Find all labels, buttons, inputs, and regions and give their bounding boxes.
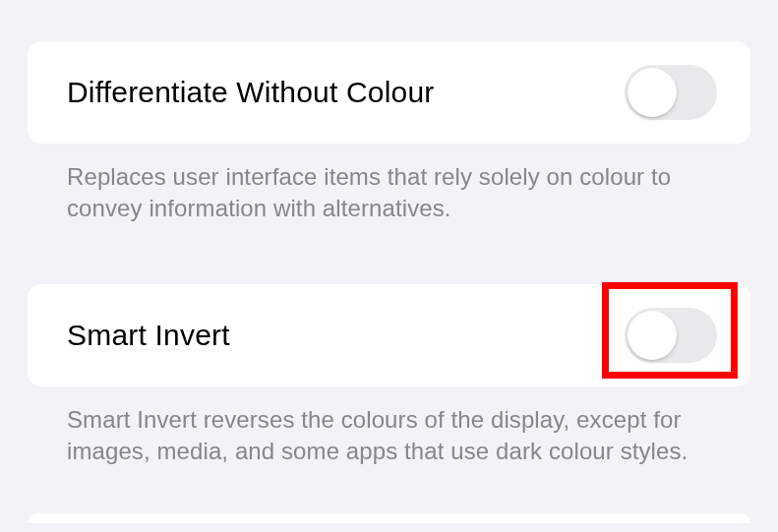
toggle-knob — [628, 68, 677, 117]
differentiate-without-colour-description: Replaces user interface items that rely … — [28, 144, 750, 225]
smart-invert-row[interactable]: Smart Invert — [28, 284, 750, 386]
differentiate-without-colour-label: Differentiate Without Colour — [67, 76, 435, 109]
smart-invert-description: Smart Invert reverses the colours of the… — [28, 386, 750, 468]
differentiate-without-colour-section: Differentiate Without Colour Replaces us… — [28, 41, 750, 225]
differentiate-without-colour-row[interactable]: Differentiate Without Colour — [28, 41, 750, 144]
next-section-stub — [28, 513, 750, 523]
smart-invert-toggle[interactable] — [625, 308, 717, 363]
settings-container: Differentiate Without Colour Replaces us… — [0, 0, 778, 523]
differentiate-without-colour-toggle[interactable] — [625, 65, 717, 120]
smart-invert-label: Smart Invert — [67, 319, 230, 352]
toggle-knob — [628, 311, 677, 360]
smart-invert-section: Smart Invert Smart Invert reverses the c… — [28, 284, 750, 468]
